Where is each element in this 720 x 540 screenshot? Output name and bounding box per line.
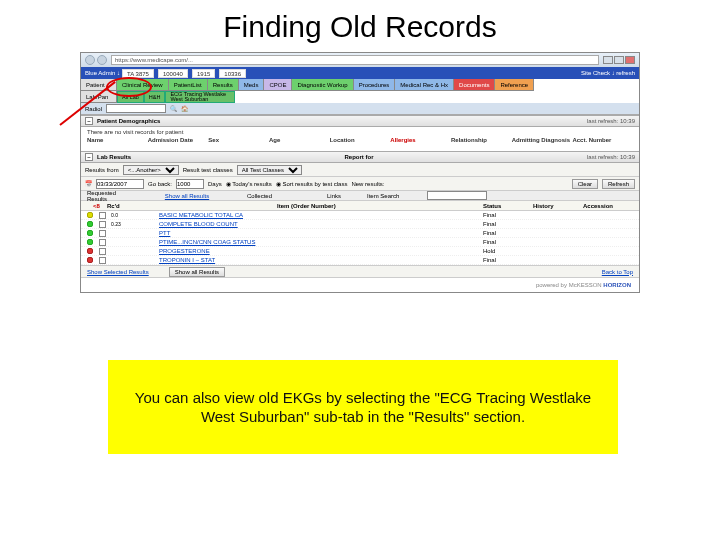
header-label: Blue Admin ↓ (85, 70, 120, 76)
red-lt8: <8 (87, 202, 107, 210)
sub-tab-row: Lab/Pan All Lab H&H ECG Tracing Westlake… (81, 91, 639, 103)
from-select[interactable]: <...Another> (123, 165, 179, 175)
header-field-1[interactable]: 100040 (158, 69, 188, 78)
tab-results[interactable]: Results (208, 79, 239, 91)
col-diag: Admitting Diagnosis (512, 137, 573, 143)
status-dot-icon (87, 257, 93, 263)
row-checkbox[interactable] (99, 230, 106, 237)
subtab-all-lab[interactable]: All Lab (117, 91, 144, 103)
tab-medrec[interactable]: Medical Rec & Hx (395, 79, 454, 91)
lab-footer: Show Selected Results Show all Results B… (81, 265, 639, 277)
collapse-icon[interactable]: – (85, 117, 93, 125)
home-icon[interactable]: 🏠 (181, 105, 188, 112)
subtab-hh[interactable]: H&H (144, 91, 166, 103)
col-rcvd: Requested Results (87, 190, 127, 202)
today-opt[interactable]: ◉ Today's results (226, 180, 272, 187)
lab-item-link[interactable]: COMPLETE BLOOD COUNT (159, 221, 483, 227)
status-dot-icon (87, 248, 93, 254)
page-title: Finding Old Records (0, 0, 720, 52)
row-checkbox[interactable] (99, 239, 106, 246)
row-status: Final (483, 221, 533, 227)
col-accession: Accession (583, 203, 633, 209)
tab-clinical-review[interactable]: Clinical Review (117, 79, 169, 91)
window-controls (603, 56, 635, 64)
days-input[interactable] (176, 179, 204, 189)
lab-filter-bar: Results from <...Another> Result test cl… (81, 163, 639, 177)
row-status: Final (483, 257, 533, 263)
show-all-link[interactable]: Show all Results (165, 193, 209, 199)
header-field-3[interactable]: 10336 (219, 69, 246, 78)
lab-row[interactable]: TROPONIN I – STAT Final (81, 256, 639, 265)
tab-patientlist[interactable]: PatientList (169, 79, 208, 91)
tab-diag[interactable]: Diagnostic Workup (292, 79, 353, 91)
item-search-input[interactable] (427, 191, 487, 200)
col-item: Item (Order Number) (277, 203, 483, 209)
row-status: Hold (483, 248, 533, 254)
lab-row[interactable]: 0.0 BASIC METABOLIC TOTAL CA Final (81, 211, 639, 220)
demo-msg: There are no visit records for patient (81, 127, 639, 137)
show-all-button[interactable]: Show all Results (169, 267, 225, 277)
from-label: Results from (85, 167, 119, 173)
radio-bar: Radiol 🔍 🏠 (81, 103, 639, 115)
side-col-1: Patient Clinical Review PatientList Resu… (81, 79, 639, 91)
date-input[interactable] (96, 179, 144, 189)
lab-row[interactable]: PTT Final (81, 229, 639, 238)
row-status: Final (483, 230, 533, 236)
row-checkbox[interactable] (99, 221, 106, 228)
lab-item-link[interactable]: TROPONIN I – STAT (159, 257, 483, 263)
row-checkbox[interactable] (99, 248, 106, 255)
calendar-icon[interactable]: 📅 (85, 180, 92, 187)
col-acct: Acct. Number (572, 137, 633, 143)
lab-item-link[interactable]: PTT (159, 230, 483, 236)
col-adm: Admission Date (148, 137, 209, 143)
tab-cpoe[interactable]: CPOE (264, 79, 292, 91)
footer-logo: powered by McKESSON HORIZON (81, 277, 639, 292)
sort-opt[interactable]: ◉ Sort results by test class (276, 180, 348, 187)
minimize-icon[interactable] (603, 56, 613, 64)
show-selected-link[interactable]: Show Selected Results (87, 269, 149, 275)
lab-row[interactable]: PROGESTERONE Hold (81, 247, 639, 256)
class-select[interactable]: All Test Classes (237, 165, 302, 175)
tab-proc[interactable]: Procedures (354, 79, 396, 91)
subtab-ecg-tracing[interactable]: ECG Tracing Westlake West Suburban (165, 91, 235, 103)
demographics-header[interactable]: – Patient Demographics last refresh: 10:… (81, 115, 639, 127)
maximize-icon[interactable] (614, 56, 624, 64)
new-label: New results: (351, 181, 384, 187)
tab-documents[interactable]: Documents (454, 79, 495, 91)
col-rel: Relationship (451, 137, 512, 143)
header-field-0[interactable]: TA 3875 (122, 69, 154, 78)
tab-reference[interactable]: Reference (495, 79, 534, 91)
row-num: 0.0 (111, 212, 129, 218)
lab-row[interactable]: PTIME...INCN/CNN COAG STATUS Final (81, 238, 639, 247)
back-to-top-link[interactable]: Back to Top (602, 269, 633, 275)
demo-columns: Name Admission Date Sex Age Location All… (81, 137, 639, 143)
col-allergies: Allergies (390, 137, 451, 143)
url-bar[interactable]: https://www.medicape.com/... (111, 55, 599, 65)
demographics-title: Patient Demographics (97, 118, 160, 124)
lab-item-link[interactable]: PTIME...INCN/CNN COAG STATUS (159, 239, 483, 245)
row-checkbox[interactable] (99, 257, 106, 264)
lab-subheader: Requested Results Show all Results Colle… (81, 191, 639, 201)
header-field-2[interactable]: 1915 (192, 69, 215, 78)
lab-refresh: last refresh: 10:39 (587, 154, 635, 160)
lab-col-headers: <8 Rc'd Item (Order Number) Status Histo… (81, 201, 639, 211)
search-input[interactable] (106, 104, 166, 113)
back-icon[interactable] (85, 55, 95, 65)
collapse-icon[interactable]: – (85, 153, 93, 161)
header-right[interactable]: Site Check ↓ refresh (581, 70, 635, 76)
search-icon[interactable]: 🔍 (170, 105, 177, 112)
col-loc: Location (330, 137, 391, 143)
close-icon[interactable] (625, 56, 635, 64)
clear-button[interactable]: Clear (572, 179, 598, 189)
tab-meds[interactable]: Meds (239, 79, 265, 91)
lab-filter-bar-2: 📅 Go back: Days ◉ Today's results ◉ Sort… (81, 177, 639, 191)
lab-row[interactable]: 0.23 COMPLETE BLOOD COUNT Final (81, 220, 639, 229)
back-label: Go back: (148, 181, 172, 187)
lab-item-link[interactable]: PROGESTERONE (159, 248, 483, 254)
lab-header[interactable]: – Lab Results Report for last refresh: 1… (81, 151, 639, 163)
forward-icon[interactable] (97, 55, 107, 65)
lab-item-link[interactable]: BASIC METABOLIC TOTAL CA (159, 212, 483, 218)
row-checkbox[interactable] (99, 212, 106, 219)
refresh-button[interactable]: Refresh (602, 179, 635, 189)
callout-box: You can also view old EKGs by selecting … (108, 360, 618, 454)
